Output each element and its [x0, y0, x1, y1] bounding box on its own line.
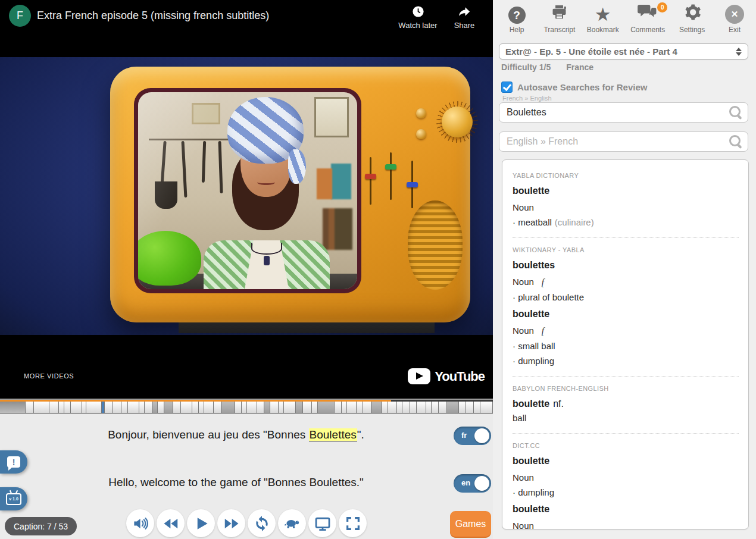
timeline-segment[interactable] [199, 402, 204, 413]
timeline-segment[interactable] [257, 402, 264, 413]
dict-extra: (culinaire) [555, 217, 594, 227]
watch-later-button[interactable]: Watch later [394, 5, 442, 30]
timeline-segment[interactable] [264, 402, 270, 413]
caption-english[interactable]: Hello, welcome to the game of "Bonnes Bo… [36, 476, 436, 489]
timeline-segment[interactable] [382, 402, 388, 413]
english-search-input[interactable] [499, 131, 748, 152]
timeline-segment[interactable] [113, 402, 121, 413]
speaker-icon [132, 515, 149, 532]
timeline-segment[interactable] [71, 402, 82, 413]
timeline-segment[interactable] [139, 402, 145, 413]
report-issue-tab[interactable]: ! [0, 450, 27, 474]
timeline-segment[interactable] [363, 402, 371, 413]
caption-timeline[interactable] [0, 399, 493, 414]
timeline-segment[interactable] [121, 402, 128, 413]
timeline-segment[interactable] [204, 402, 214, 413]
caption-highlighted-word[interactable]: Boulettes [309, 428, 357, 441]
timeline-segment[interactable] [342, 402, 347, 413]
video-title[interactable]: Extra French episode 5 (missing french s… [37, 10, 269, 22]
comments-button[interactable]: 0 Comments [630, 5, 665, 34]
timeline-segment[interactable] [59, 402, 64, 413]
timeline-segment[interactable] [152, 402, 158, 413]
youtube-logo[interactable]: YouTube [408, 368, 485, 384]
video-select[interactable]: Extr@ - Ep. 5 - Une étoile est née - Par… [499, 43, 748, 59]
dict-text: · dumpling [513, 487, 554, 497]
timeline-segment[interactable] [0, 402, 26, 413]
dict-text: · plural of boulette [513, 292, 584, 302]
french-search-input[interactable] [499, 102, 748, 123]
timeline-segment[interactable] [82, 402, 86, 413]
timeline-segment[interactable] [312, 402, 318, 413]
timeline-segment[interactable] [480, 402, 493, 413]
checkbox-checked-icon[interactable] [501, 82, 513, 93]
timeline-segments[interactable] [0, 402, 493, 413]
timeline-segment[interactable] [474, 402, 480, 413]
timeline-segment[interactable] [64, 402, 71, 413]
timeline-segment[interactable] [357, 402, 363, 413]
timeline-segment[interactable] [105, 402, 113, 413]
rewind-button[interactable] [157, 509, 185, 537]
timeline-segment[interactable] [34, 402, 49, 413]
slow-playback-button[interactable] [278, 509, 306, 537]
settings-button[interactable]: Settings [677, 5, 708, 34]
timeline-segment[interactable] [459, 402, 466, 413]
timeline-segment[interactable] [410, 402, 417, 413]
timeline-segment[interactable] [49, 402, 59, 413]
timeline-segment[interactable] [128, 402, 139, 413]
search-icon[interactable] [729, 134, 743, 149]
timeline-segment[interactable] [86, 402, 102, 413]
volume-button[interactable] [126, 509, 154, 537]
timeline-segment[interactable] [303, 402, 312, 413]
timeline-segment[interactable] [417, 402, 426, 413]
timeline-segment[interactable] [214, 402, 221, 413]
timeline-segment[interactable] [247, 402, 257, 413]
timeline-segment[interactable] [145, 402, 152, 413]
timeline-segment[interactable] [397, 402, 402, 413]
timeline-segment[interactable] [221, 402, 235, 413]
exit-button[interactable]: ✕ Exit [719, 5, 750, 34]
theater-mode-button[interactable] [308, 509, 336, 537]
help-button[interactable]: ? Help [501, 5, 532, 34]
french-caption-toggle[interactable]: fr [454, 427, 491, 445]
english-caption-toggle[interactable]: en [454, 474, 491, 493]
player-version-tab[interactable]: v 1.0 [0, 487, 27, 510]
more-videos-link[interactable]: MORE VIDEOS [24, 372, 74, 380]
fullscreen-button[interactable] [339, 509, 367, 537]
timeline-segment[interactable] [447, 402, 459, 413]
timeline-segment[interactable] [388, 402, 397, 413]
timeline-segment[interactable] [279, 402, 284, 413]
channel-avatar[interactable]: F [9, 5, 31, 27]
timeline-segment[interactable] [192, 402, 199, 413]
timeline-segment[interactable] [439, 402, 447, 413]
share-button[interactable]: Share [441, 5, 488, 30]
timeline-segment[interactable] [284, 402, 296, 413]
timeline-segment[interactable] [242, 402, 247, 413]
games-button[interactable]: Games [450, 511, 491, 537]
video-frame[interactable] [0, 57, 493, 335]
search-icon[interactable] [729, 105, 743, 120]
timeline-segment[interactable] [270, 402, 279, 413]
transcript-button[interactable]: Transcript [543, 5, 575, 34]
play-button[interactable] [187, 509, 215, 537]
timeline-segment[interactable] [426, 402, 432, 413]
timeline-segment[interactable] [466, 402, 474, 413]
timeline-segment[interactable] [173, 402, 181, 413]
timeline-segment[interactable] [26, 402, 34, 413]
timeline-segment[interactable] [318, 402, 335, 413]
bookmark-button[interactable]: ★ Bookmark [587, 5, 619, 34]
timeline-segment[interactable] [347, 402, 357, 413]
video-player[interactable]: F Extra French episode 5 (missing french… [0, 0, 493, 399]
timeline-segment[interactable] [296, 402, 303, 413]
autosave-checkbox-row[interactable]: Autosave Searches for Review [501, 82, 647, 93]
timeline-segment[interactable] [371, 402, 382, 413]
caption-french[interactable]: Bonjour, bienvenue au jeu des "Bonnes Bo… [36, 428, 436, 441]
loop-button[interactable] [248, 509, 276, 537]
timeline-segment[interactable] [335, 402, 342, 413]
timeline-segment[interactable] [158, 402, 164, 413]
timeline-segment[interactable] [164, 402, 173, 413]
timeline-segment[interactable] [235, 402, 242, 413]
timeline-segment[interactable] [181, 402, 192, 413]
fast-forward-button[interactable] [217, 509, 245, 537]
timeline-segment[interactable] [432, 402, 439, 413]
timeline-segment[interactable] [402, 402, 410, 413]
